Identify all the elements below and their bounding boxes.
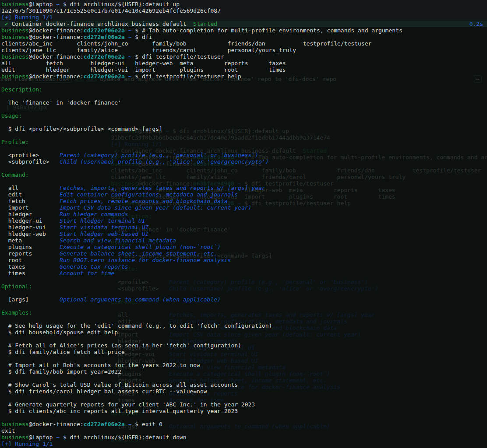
terminal-line: # Import all of Bob's accounts for the y… bbox=[0, 362, 487, 368]
terminal-text-segment: $ dfi archlinux/${USER}:default up bbox=[60, 1, 180, 7]
terminal-text-segment: $ dfi archlinux/${USER}:default down bbox=[60, 434, 187, 441]
terminal-text-segment bbox=[125, 27, 128, 34]
terminal-text-segment: hledger-ui bbox=[1, 217, 60, 224]
terminal-line bbox=[0, 119, 487, 126]
terminal-line: plugins Execute a categorical shell plug… bbox=[0, 244, 487, 250]
terminal-line: $ dfi friends/carol hledger bal assets c… bbox=[0, 388, 487, 395]
terminal-line: times Account for time bbox=[0, 270, 487, 276]
terminal-text-segment: $ dfi bbox=[131, 34, 152, 40]
terminal-text-segment: business bbox=[1, 1, 29, 7]
terminal-text-segment: Import CSV data since given year (defaul… bbox=[60, 204, 251, 211]
terminal-text-segment: business bbox=[1, 421, 29, 427]
terminal-text-segment: Optional: bbox=[1, 283, 32, 290]
terminal-text-segment: edit bbox=[1, 191, 60, 198]
terminal-line bbox=[0, 395, 487, 401]
terminal-text-segment: Fetches, imports, generates taxes and re… bbox=[60, 185, 265, 191]
terminal-text-segment: @docker-finance: bbox=[29, 73, 84, 80]
terminal-line bbox=[0, 145, 487, 152]
terminal-text-segment bbox=[125, 421, 128, 427]
terminal-text-segment: Child (username) profile (e.g., 'alice' … bbox=[60, 158, 268, 165]
terminal-text-segment: Execute a categorical shell plugin (non-… bbox=[60, 244, 221, 250]
terminal-line: Profile: bbox=[0, 139, 487, 145]
terminal-text-segment: [args] bbox=[1, 296, 60, 303]
terminal-line: taxes Generate tax reports bbox=[0, 263, 487, 270]
terminal-text-segment: @docker-finance: bbox=[29, 53, 84, 60]
terminal-text-segment: <subprofile> bbox=[1, 158, 60, 165]
terminal-text-segment: all bbox=[1, 185, 60, 191]
terminal-text-segment: # Show Carol's total USD value of Bitcoi… bbox=[1, 382, 238, 388]
terminal-text-segment: times bbox=[1, 270, 60, 276]
terminal-text-segment: business bbox=[1, 34, 29, 40]
terminal-line: edit hledger hledger-vui import plugins … bbox=[0, 66, 487, 73]
terminal-text-segment: cd272ef06e2a bbox=[84, 34, 125, 40]
terminal-text-segment: all fetch hledger-ui hledger-web meta re… bbox=[1, 60, 286, 66]
terminal-text-segment: $ dfi <profile>/<subprofile> <command> [… bbox=[1, 126, 162, 132]
terminal-line: $ dfi family/bob import year=2022 bbox=[0, 368, 487, 375]
terminal-text-segment: ~ bbox=[56, 434, 60, 441]
terminal-text-segment: ~ bbox=[56, 1, 60, 7]
terminal-text-segment: The 'finance' in 'docker-finance' bbox=[1, 99, 121, 106]
terminal-text-segment: cd272ef06e2a bbox=[84, 73, 125, 80]
terminal-line bbox=[0, 80, 487, 86]
terminal-text-segment: $ dfi household/spouse edit help bbox=[1, 329, 118, 336]
terminal-text-segment: exit bbox=[1, 427, 15, 434]
terminal-text-segment: Edit container configurations, metadata … bbox=[60, 191, 238, 198]
terminal-line: business@docker-finance:cd272ef06e2a ~ $… bbox=[0, 53, 487, 60]
terminal-line bbox=[0, 178, 487, 185]
terminal-text-segment: @docker-finance: bbox=[29, 34, 84, 40]
terminal-line: clients/jane_llc family/alice friends/ca… bbox=[0, 47, 487, 53]
terminal-line: $ dfi family/alice fetch all=price bbox=[0, 349, 487, 355]
terminal-text-segment: Run hledger commands bbox=[60, 211, 128, 217]
terminal-line bbox=[0, 132, 487, 139]
terminal-line: # Show Carol's total USD value of Bitcoi… bbox=[0, 382, 487, 388]
terminal-text-segment: Optional arguments to command (when appl… bbox=[60, 296, 221, 303]
terminal-line: $ dfi household/spouse edit help bbox=[0, 329, 487, 336]
terminal-text-segment: Usage: bbox=[1, 112, 22, 119]
terminal-text-segment: Start hledger terminal UI bbox=[60, 217, 145, 224]
terminal-text-segment: # Import all of Bob's accounts for the y… bbox=[1, 362, 200, 368]
terminal-line: import Import CSV data since given year … bbox=[0, 204, 487, 211]
terminal-line: all Fetches, imports, generates taxes an… bbox=[0, 185, 487, 191]
terminal-line: edit Edit container configurations, meta… bbox=[0, 191, 487, 198]
terminal-text-segment: Started bbox=[193, 21, 217, 27]
terminal-line bbox=[0, 276, 487, 283]
terminal-line: $ dfi clients/abc_inc reports all=type i… bbox=[0, 408, 487, 414]
terminal-text-segment bbox=[125, 34, 128, 40]
terminal-text-segment: Start visidata terminal UI bbox=[60, 224, 149, 231]
terminal-text-segment: $ dfi family/alice fetch all=price bbox=[1, 349, 125, 355]
terminal-text-segment: @laptop bbox=[29, 1, 56, 7]
terminal-text-segment: business bbox=[1, 27, 29, 34]
terminal-text-segment bbox=[125, 53, 128, 60]
terminal-text-segment: Command: bbox=[1, 172, 29, 178]
terminal-line: hledger-ui Start hledger terminal UI bbox=[0, 217, 487, 224]
terminal-text-segment: [+] Running 1/1 bbox=[1, 14, 53, 21]
terminal-text-segment: Parent (category) profile (e.g., 'person… bbox=[60, 152, 258, 158]
terminal-text-segment: # Fetch all of Alice's prices (as seen i… bbox=[1, 342, 241, 349]
terminal-text-segment: cd272ef06e2a bbox=[84, 53, 125, 60]
terminal-line: # Generate quarterly reports for your cl… bbox=[0, 401, 487, 408]
terminal-line bbox=[0, 106, 487, 112]
terminal-text-segment: $ dfi clients/abc_inc reports all=type i… bbox=[1, 408, 238, 414]
terminal-line bbox=[0, 316, 487, 322]
terminal-line: business@docker-finance:cd272ef06e2a ~ $… bbox=[0, 421, 487, 427]
terminal-line: all fetch hledger-ui hledger-web meta re… bbox=[0, 60, 487, 66]
terminal-text-segment: 1a27675f30110907c171c5525e0c17b7e0174e10… bbox=[1, 7, 221, 14]
terminal-text-segment: cd272ef06e2a bbox=[84, 421, 125, 427]
terminal-text-segment: hledger-web bbox=[1, 231, 60, 237]
terminal-line: reports Generate balance sheet, income s… bbox=[0, 250, 487, 257]
terminal-text-segment: @laptop bbox=[29, 434, 56, 441]
terminal-text-segment: hledger bbox=[1, 211, 60, 217]
terminal-text-segment: # See help usage for the 'edit' command … bbox=[1, 322, 272, 329]
terminal-line: Usage: bbox=[0, 112, 487, 119]
terminal-text-segment: hledger-vui bbox=[1, 224, 60, 231]
terminal-text-segment: Profile: bbox=[1, 139, 29, 145]
terminal-line bbox=[0, 336, 487, 342]
terminal-line: 1a27675f30110907c171c5525e0c17b7e0174e10… bbox=[0, 7, 487, 14]
terminal-text-segment: Account for time bbox=[60, 270, 114, 276]
terminal-text-segment: business bbox=[1, 434, 29, 441]
terminal-text-segment: business bbox=[1, 73, 29, 80]
terminal-window[interactable]: 0.0.1:3000/EvergreenCrypto/dfi-docs/src/… bbox=[0, 0, 487, 448]
terminal-line bbox=[0, 290, 487, 296]
terminal-line: ✔ Container docker-finance_archlinux_bus… bbox=[0, 21, 487, 27]
terminal-text-segment: clients/jane_llc family/alice friends/ca… bbox=[1, 47, 296, 53]
